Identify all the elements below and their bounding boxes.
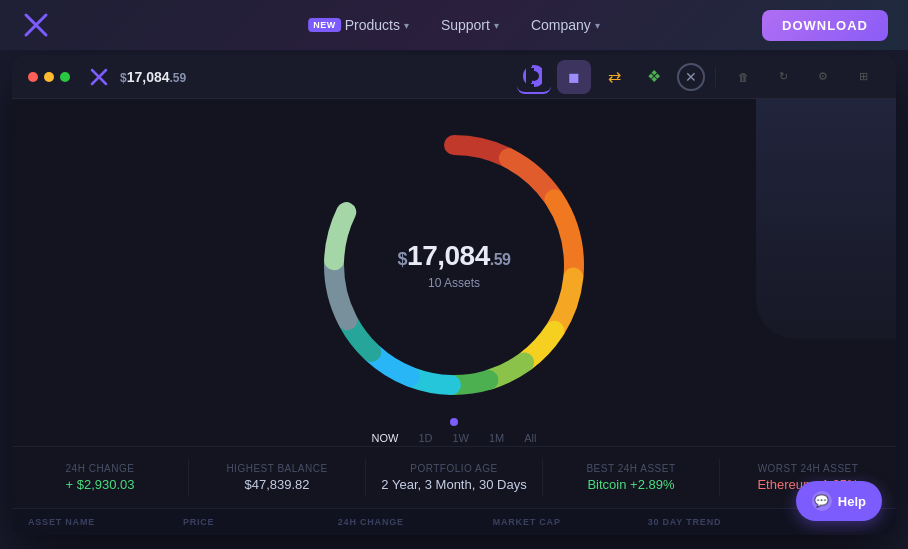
- nav-logo-area: [20, 9, 52, 41]
- company-chevron-icon: ▾: [595, 20, 600, 31]
- grid-icon[interactable]: ⊞: [846, 60, 880, 94]
- toolbar-separator: [715, 67, 716, 87]
- time-controls: NOW 1D 1W 1M All: [368, 418, 541, 446]
- stat-24h-change: 24h Change + $2,930.03: [12, 459, 189, 496]
- th-market-cap: MARKET CAP: [493, 517, 648, 527]
- table-header: ASSET NAME PRICE 24H CHANGE MARKET CAP 3…: [12, 508, 896, 535]
- help-chat-icon: 💬: [812, 491, 832, 511]
- trash-icon[interactable]: 🗑: [726, 60, 760, 94]
- brand-logo: [20, 9, 52, 41]
- download-button[interactable]: DOWNLOAD: [762, 10, 888, 41]
- stat-highest-balance-label: Highest Balance: [201, 463, 353, 474]
- time-indicator-dot: [450, 418, 458, 426]
- stat-highest-balance: Highest Balance $47,839.82: [189, 459, 366, 496]
- swap-icon[interactable]: ⇄: [597, 60, 631, 94]
- total-balance: $17,084.59: [120, 69, 186, 85]
- staking-icon[interactable]: ❖: [637, 60, 671, 94]
- refresh-icon[interactable]: ↻: [766, 60, 800, 94]
- donut-chart: $17,084.59 10 Assets: [314, 125, 594, 405]
- stat-24h-change-label: 24h Change: [24, 463, 176, 474]
- support-chevron-icon: ▾: [494, 20, 499, 31]
- chart-area: $17,084.59 10 Assets: [12, 99, 896, 410]
- x-icon[interactable]: ✕: [677, 63, 705, 91]
- time-tab-all[interactable]: All: [520, 430, 540, 446]
- dollar-sign: $: [398, 249, 408, 269]
- help-button[interactable]: 💬 Help: [796, 481, 882, 521]
- nav-support[interactable]: Support ▾: [429, 11, 511, 39]
- th-24h-change: 24H CHANGE: [338, 517, 493, 527]
- amount-main: 17,084: [407, 240, 490, 271]
- stat-highest-balance-value: $47,839.82: [201, 477, 353, 492]
- accounts-icon[interactable]: ◼: [557, 60, 591, 94]
- nav-company[interactable]: Company ▾: [519, 11, 612, 39]
- navigation: NEW Products ▾ Support ▾ Company ▾ DOWNL…: [0, 0, 908, 50]
- time-tab-1w[interactable]: 1W: [448, 430, 473, 446]
- asset-count: 10 Assets: [398, 276, 511, 290]
- title-bar: $17,084.59 ◼ ⇄ ❖ ✕ 🗑 ↻ ⚙ ⊞: [12, 55, 896, 99]
- th-price: PRICE: [183, 517, 338, 527]
- traffic-lights: [28, 72, 70, 82]
- minimize-button[interactable]: [44, 72, 54, 82]
- th-asset-name: ASSET NAME: [28, 517, 183, 527]
- portfolio-total: $17,084.59: [398, 240, 511, 272]
- app-window: $17,084.59 ◼ ⇄ ❖ ✕ 🗑 ↻ ⚙ ⊞: [12, 55, 896, 535]
- toolbar: ◼ ⇄ ❖ ✕ 🗑 ↻ ⚙ ⊞: [517, 60, 880, 94]
- time-tab-1m[interactable]: 1M: [485, 430, 508, 446]
- amount-cents: .59: [490, 251, 511, 268]
- nav-company-label: Company: [531, 17, 591, 33]
- portfolio-donut-icon[interactable]: [517, 60, 551, 94]
- stats-row: 24h Change + $2,930.03 Highest Balance $…: [12, 446, 896, 508]
- stat-best-asset: Best 24H Asset Bitcoin +2.89%: [543, 459, 720, 496]
- nav-products-label: Products: [345, 17, 400, 33]
- maximize-button[interactable]: [60, 72, 70, 82]
- donut-center-info: $17,084.59 10 Assets: [398, 240, 511, 290]
- time-tab-group: NOW 1D 1W 1M All: [368, 430, 541, 446]
- nav-products[interactable]: NEW Products ▾: [296, 11, 421, 39]
- stat-best-asset-label: Best 24H Asset: [555, 463, 707, 474]
- help-label: Help: [838, 494, 866, 509]
- time-tab-1d[interactable]: 1D: [414, 430, 436, 446]
- nav-right: DOWNLOAD: [762, 10, 888, 41]
- stat-worst-asset-label: Worst 24H Asset: [732, 463, 884, 474]
- stat-24h-change-value: + $2,930.03: [24, 477, 176, 492]
- nav-center: NEW Products ▾ Support ▾ Company ▾: [296, 11, 612, 39]
- nav-support-label: Support: [441, 17, 490, 33]
- stat-best-asset-value: Bitcoin +2.89%: [555, 477, 707, 492]
- new-badge: NEW: [308, 18, 341, 32]
- settings-icon[interactable]: ⚙: [806, 60, 840, 94]
- app-logo: [90, 68, 108, 86]
- main-content: $17,084.59 10 Assets NOW 1D 1W 1M All 24…: [12, 99, 896, 535]
- time-tab-now[interactable]: NOW: [368, 430, 403, 446]
- close-button[interactable]: [28, 72, 38, 82]
- products-chevron-icon: ▾: [404, 20, 409, 31]
- stat-portfolio-age: Portfolio Age 2 Year, 3 Month, 30 Days: [366, 459, 543, 496]
- stat-portfolio-age-label: Portfolio Age: [378, 463, 530, 474]
- stat-portfolio-age-value: 2 Year, 3 Month, 30 Days: [378, 477, 530, 492]
